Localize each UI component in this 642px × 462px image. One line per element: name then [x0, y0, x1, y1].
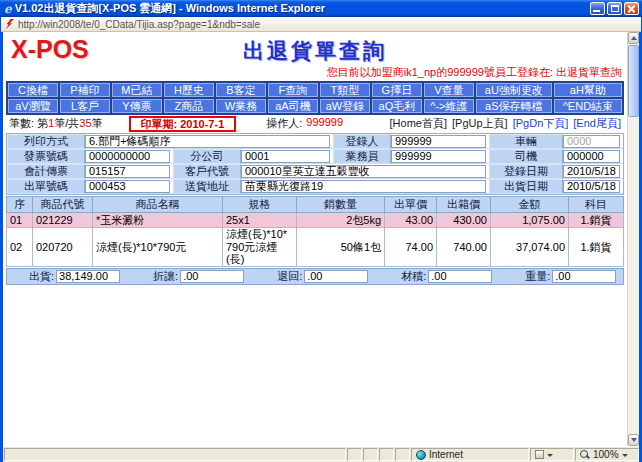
toolbar-button-customer[interactable]: L客戶 [59, 98, 111, 114]
order-form: 列印方式 6.部門+條碼順序 登錄人 999999 車輛 0000 發票號碼 0… [6, 133, 624, 195]
empty-area [3, 285, 627, 446]
order-no-field[interactable]: 000453 [85, 180, 170, 193]
order-no-label: 出單號碼 [7, 179, 85, 194]
col-spec: 規格 [223, 197, 297, 213]
discount-label: 折讓: [153, 269, 178, 284]
scroll-up-button[interactable] [628, 32, 639, 44]
toolbar-button-check-qty[interactable]: V查量 [423, 82, 475, 98]
zone-panel: Internet [411, 448, 529, 461]
status-bar: Internet 100% [3, 446, 639, 462]
vehicle-field[interactable]: 0000 [563, 135, 620, 148]
magnifier-icon [580, 450, 590, 460]
toolbar-button-sales[interactable]: W業務 [215, 98, 267, 114]
operator-label: 操作人: [266, 116, 302, 131]
ship-date-label: 出貨日期 [489, 179, 563, 194]
print-mode-field[interactable]: 6.部門+條碼順序 [85, 135, 330, 148]
window-title: V1.02出退貨查詢[X-POS 雲通網] - Windows Internet… [15, 1, 587, 16]
toolbar-button-change-file[interactable]: C換檔 [7, 82, 59, 98]
url-text[interactable]: http://win2008/te/0_CData/Tijia.asp?page… [18, 19, 260, 30]
nav-home[interactable]: [Home首頁] [390, 116, 447, 131]
voucher-field[interactable]: 015157 [85, 165, 170, 178]
browser-window: e V1.02出退貨查詢[X-POS 雲通網] - Windows Intern… [0, 0, 642, 462]
return-field[interactable]: .00 [304, 270, 368, 283]
operator-value: 999999 [306, 116, 343, 131]
zoom-level: 100% [593, 449, 619, 460]
login-user-field[interactable]: 999999 [391, 135, 486, 148]
volume-field[interactable]: .00 [428, 270, 492, 283]
col-unit-price: 出單價 [385, 197, 437, 213]
statusbar-pane-4 [395, 448, 410, 461]
scroll-down-button[interactable] [628, 434, 639, 446]
weight-field[interactable]: .00 [552, 270, 616, 283]
login-user-label: 登錄人 [333, 134, 391, 149]
toolbar-button-voucher[interactable]: Y傳票 [111, 98, 163, 114]
statusbar-pane-3 [379, 448, 394, 461]
nav-pgup[interactable]: [PgUp上頁] [452, 116, 508, 131]
toolbar-button-end[interactable]: ^END結束 [553, 98, 623, 114]
address-field[interactable]: 苗栗縣光復路19 [241, 180, 486, 193]
toolbar-button-browse[interactable]: aV瀏覽 [7, 98, 59, 114]
discount-field[interactable]: .00 [180, 270, 244, 283]
toolbar-button-history[interactable]: H歷史 [163, 82, 215, 98]
voucher-label: 會計傳票 [7, 164, 85, 179]
scrollbar-thumb[interactable] [628, 45, 639, 117]
col-amount: 金額 [491, 197, 569, 213]
toolbar-button-closed[interactable]: M已結 [111, 82, 163, 98]
ship-date-field[interactable]: 2010/5/18 [563, 180, 620, 193]
maximize-button[interactable] [607, 2, 622, 15]
statusbar-message [4, 448, 346, 461]
items-header-row: 序 商品代號 商品名稱 規格 銷數量 出單價 出箱價 金額 科目 [7, 197, 624, 213]
print-mode-label: 列印方式 [7, 134, 85, 149]
toolbar-button-reprint[interactable]: P補印 [59, 82, 111, 98]
ie-logo-icon: e [4, 3, 12, 15]
zoom-panel[interactable]: 100% [575, 448, 639, 461]
toolbar-button-save-export[interactable]: aS保存轉檔 [475, 98, 553, 114]
record-total: 35 [79, 117, 91, 129]
favicon-icon [6, 19, 14, 29]
item-row-2[interactable]: 02 020720 涼煙(長)*10*790元 涼煙(長)*10*790元涼煙(… [7, 228, 624, 267]
close-icon [625, 3, 638, 14]
toolbar-button-help[interactable]: aH幫助 [553, 82, 623, 98]
page-nav: [Home首頁] [PgUp上頁] [PgDn下頁] [End尾頁] [390, 116, 621, 131]
weight-label: 重量: [525, 269, 550, 284]
customer-field[interactable]: 000010皇英立達五穀豐收 [241, 165, 486, 178]
vertical-scrollbar[interactable] [627, 32, 639, 446]
toolbar-button-maintain[interactable]: ^->維護 [423, 98, 475, 114]
reg-date-field[interactable]: 2010/5/18 [563, 165, 620, 178]
totals-bar: 出貨:38,149.00 折讓:.00 退回:.00 材積:.00 重量:.00 [6, 268, 624, 285]
volume-label: 材積: [401, 269, 426, 284]
print-date-label: 印單期: [141, 118, 178, 130]
toolbar-button-driver[interactable]: aA司機 [267, 98, 319, 114]
branch-label: 分公司 [173, 149, 241, 164]
toolbar-button-register[interactable]: aW登錄 [319, 98, 371, 114]
toolbar-button-query[interactable]: F查詢 [267, 82, 319, 98]
address-label: 送貨地址 [173, 179, 241, 194]
zoom-chevron-icon [622, 454, 628, 460]
scrollbar-track[interactable] [628, 118, 639, 434]
ship-total-field[interactable]: 38,149.00 [56, 270, 120, 283]
minimize-button[interactable] [590, 2, 605, 15]
nav-end[interactable]: [End尾頁] [573, 116, 621, 131]
title-bar: e V1.02出退貨查詢[X-POS 雲通網] - Windows Intern… [0, 0, 642, 17]
print-date-box: 印單期: 2010-7-1 [129, 116, 237, 132]
toolbar-button-customer-order[interactable]: B客定 [215, 82, 267, 98]
return-label: 退回: [277, 269, 302, 284]
toolbar-button-product[interactable]: Z商品 [163, 98, 215, 114]
nav-pgdn[interactable]: [PgDn下頁] [513, 116, 569, 131]
login-info: 您目前以加盟商ik1_np的999999號員工登錄在: 出退貨單查詢 [3, 65, 627, 81]
page-header: X-POS 出退貨單查詢 [3, 34, 627, 65]
toolbar-button-margin[interactable]: aQ毛利 [371, 98, 423, 114]
internet-globe-icon [416, 450, 426, 460]
invoice-no-field[interactable]: 0000000000 [85, 150, 170, 163]
toolbar-button-type[interactable]: T類型 [319, 82, 371, 98]
close-button[interactable] [624, 2, 639, 15]
invoice-no-label: 發票號碼 [7, 149, 85, 164]
branch-field[interactable]: 0001 [241, 150, 330, 163]
col-seq: 序 [7, 197, 33, 213]
toolbar-button-pick-date[interactable]: G擇日 [371, 82, 423, 98]
driver-field[interactable]: 000000 [563, 150, 620, 163]
protected-mode-panel[interactable] [530, 448, 574, 461]
toolbar-button-force-edit[interactable]: aU強制更改 [475, 82, 553, 98]
salesman-field[interactable]: 999999 [391, 150, 486, 163]
item-row-1[interactable]: 01 021229 *玉米澱粉 25x1 2包5kg 43.00 430.00 … [7, 213, 624, 228]
